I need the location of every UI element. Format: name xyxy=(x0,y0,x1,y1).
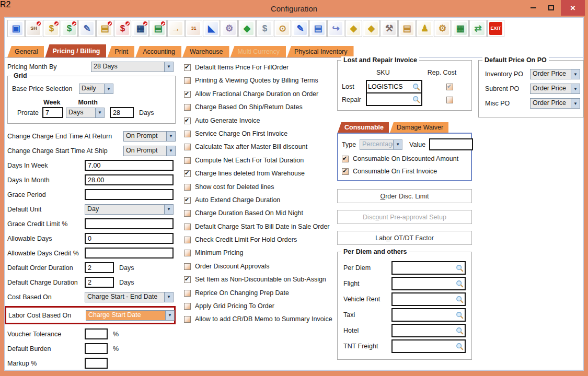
change-charge-start-time-at-ship-dropdown[interactable]: On Prompt▼ xyxy=(123,146,176,156)
tab-pricing-billing[interactable]: Pricing / Billing xyxy=(45,44,106,57)
tab-damage-waiver[interactable]: Damage Waiver xyxy=(390,122,448,133)
checkbox-box[interactable] xyxy=(184,104,191,111)
checkbox-allow-to-add-cr-db-memo-to-summary-invoice[interactable]: Allow to add CR/DB Memo to Summary Invoi… xyxy=(184,316,337,323)
lost-sku-search-input[interactable] xyxy=(368,83,412,90)
toolbar-calendar-icon[interactable]: 31 xyxy=(185,20,202,37)
toolbar-schedule-grid-icon[interactable]: ▦ xyxy=(132,20,149,37)
checkbox-box[interactable] xyxy=(184,316,191,323)
default-unit-dropdown[interactable]: Day▼ xyxy=(85,204,174,215)
flight-search[interactable] xyxy=(391,277,466,290)
cost-based-on-dropdown[interactable]: Charge Start - End Date▼ xyxy=(85,292,174,302)
checkbox-box[interactable] xyxy=(184,157,191,164)
per-diem-search[interactable] xyxy=(391,261,466,275)
checkbox-box[interactable] xyxy=(184,144,191,150)
change-charge-end-time-at-return-dropdown[interactable]: On Prompt▼ xyxy=(123,131,176,142)
repair-sku-search-input[interactable] xyxy=(368,96,412,103)
type-dropdown[interactable]: Percentage ▼ xyxy=(360,139,402,150)
value-input[interactable] xyxy=(429,138,473,150)
checkbox-consumable-on-first-invoice[interactable]: Consumable On First Invoice xyxy=(342,168,467,175)
checkbox-box[interactable] xyxy=(184,237,191,243)
toolbar-folder-clock-icon[interactable]: ⊙ xyxy=(274,20,291,37)
checkbox-box[interactable] xyxy=(184,64,191,71)
button-labor-ot-dt-factor[interactable]: Labor OT/DT Factor xyxy=(337,231,472,245)
toolbar-folder-document-icon[interactable]: ▤ xyxy=(398,20,416,37)
toolbar-lock-import-icon[interactable]: → xyxy=(167,20,185,37)
default-order-duration-input[interactable] xyxy=(85,262,114,273)
toolbar-tools-gear-icon[interactable]: ⚒ xyxy=(381,20,398,37)
toolbar-document-component-icon[interactable]: ▤ xyxy=(309,20,327,37)
checkbox-box[interactable] xyxy=(342,156,349,162)
magnifier-icon[interactable] xyxy=(412,83,420,91)
magnifier-icon[interactable] xyxy=(456,296,464,303)
tab-print[interactable]: Print xyxy=(107,46,134,57)
button-discount-pre-approval-setup[interactable]: Discount Pre-approval Setup xyxy=(337,210,472,224)
toolbar-ledger-icon[interactable]: ▤ xyxy=(149,20,167,37)
toolbar-document-share-icon[interactable]: ↪ xyxy=(327,20,344,37)
toolbar-edit-document-icon[interactable]: ✎ xyxy=(78,20,96,37)
checkbox-box[interactable] xyxy=(184,131,191,137)
button-order-disc-limit[interactable]: Order Disc. Limit xyxy=(337,189,472,203)
repair-rep-cost-checkbox[interactable] xyxy=(446,97,453,103)
checkbox-apply-grid-pricing-to-order[interactable]: Apply Grid Pricing To Order xyxy=(184,303,337,310)
checkbox-auto-extend-charge-duration[interactable]: Auto Extend Charge Duration xyxy=(184,197,337,204)
checkbox-box[interactable] xyxy=(184,210,191,217)
checkbox-box[interactable] xyxy=(184,276,191,283)
toolbar-exit-icon[interactable]: EXIT xyxy=(487,20,504,37)
toolbar-settings-gears-icon[interactable]: ⚙ xyxy=(221,20,238,37)
checkbox-box[interactable] xyxy=(184,263,191,270)
checkbox-reprice-on-changing-prep-date[interactable]: Reprice On Changing Prep Date xyxy=(184,290,337,297)
checkbox-set-item-as-non-discountable-on-sub-assign[interactable]: Set Item as Non-Discountable on Sub-Assi… xyxy=(184,276,337,283)
toolbar-user-component-icon[interactable]: ♟ xyxy=(416,20,433,37)
days-in-month-input[interactable] xyxy=(85,174,174,185)
minimize-button[interactable] xyxy=(526,0,540,16)
toolbar-shield-search-icon[interactable]: ◆ xyxy=(345,20,362,37)
maximize-button[interactable] xyxy=(544,0,558,16)
toolbar-measure-ruler-icon[interactable]: ◣ xyxy=(203,20,220,37)
magnifier-icon[interactable] xyxy=(456,264,464,272)
tnt-freight-search-input[interactable] xyxy=(394,343,456,350)
checkbox-allow-fractional-charge-duration-on-order[interactable]: Allow Fractional Charge Duration on Orde… xyxy=(184,91,337,98)
taxi-search-input[interactable] xyxy=(394,311,456,319)
checkbox-charge-lines-deleted-from-warehouse[interactable]: Charge lines deleted from Warehouse xyxy=(184,170,337,177)
toolbar-modules-cubes-icon[interactable]: ◆ xyxy=(238,20,256,37)
tab-multi-currency[interactable]: Multi Currency xyxy=(230,46,286,57)
default-charge-duration-input[interactable] xyxy=(85,277,114,288)
checkbox-order-discount-approvals[interactable]: Order Discount Approvals xyxy=(184,263,337,270)
checkbox-box[interactable] xyxy=(184,184,191,191)
tab-consumable[interactable]: Consumable xyxy=(338,122,389,133)
inventory-po-dropdown[interactable]: Order Price▼ xyxy=(530,69,580,79)
checkbox-default-charge-start-to-bill-date-in-sale-order[interactable]: Default Charge Start To Bill Date in Sal… xyxy=(184,224,337,230)
tab-accounting[interactable]: Accounting xyxy=(135,46,181,57)
repair-sku-search[interactable] xyxy=(366,92,422,106)
misc-po-dropdown[interactable]: Order Price▼ xyxy=(530,98,580,109)
toolbar-folder-gear-icon[interactable]: ⚙ xyxy=(434,20,451,37)
lost-sku-search[interactable] xyxy=(366,80,422,93)
tnt-freight-search[interactable] xyxy=(391,339,466,353)
toolbar-invoice-icon[interactable]: $ xyxy=(61,20,78,37)
tab-physical-inventory[interactable]: Physical Inventory xyxy=(287,46,353,57)
toolbar-shipping-order-icon[interactable]: SH xyxy=(25,20,42,37)
checkbox-box[interactable] xyxy=(184,224,191,230)
checkbox-box[interactable] xyxy=(184,250,191,256)
toolbar-payment-book-icon[interactable]: $ xyxy=(114,20,131,37)
hotel-search-input[interactable] xyxy=(394,327,456,334)
subrent-po-dropdown[interactable]: Order Price▼ xyxy=(530,84,580,94)
checkbox-auto-generate-invoice[interactable]: Auto Generate Invoice xyxy=(184,118,337,124)
days-in-week-input[interactable] xyxy=(85,160,174,171)
toolbar-order-form-icon[interactable]: ▤ xyxy=(96,20,113,37)
magnifier-icon[interactable] xyxy=(456,280,464,288)
taxi-search[interactable] xyxy=(391,308,466,322)
lost-rep-cost-checkbox[interactable] xyxy=(446,84,453,90)
labor-cost-based-on-dropdown[interactable]: Charge Start Date▼ xyxy=(86,310,175,321)
close-button[interactable]: ✕ xyxy=(561,0,585,16)
magnifier-icon[interactable] xyxy=(456,343,464,350)
grace-period-input[interactable] xyxy=(85,189,174,200)
toolbar-document-transfer-icon[interactable]: ⇄ xyxy=(469,20,487,37)
allowable-days-credit-input[interactable] xyxy=(85,248,174,258)
flight-search-input[interactable] xyxy=(394,280,456,287)
hotel-search[interactable] xyxy=(391,324,466,337)
magnifier-icon[interactable] xyxy=(456,311,464,319)
base-price-selection-dropdown[interactable]: Daily ▼ xyxy=(79,84,113,94)
checkbox-box[interactable] xyxy=(184,77,191,84)
prorate-month-unit-dropdown[interactable]: Days ▼ xyxy=(66,108,105,118)
